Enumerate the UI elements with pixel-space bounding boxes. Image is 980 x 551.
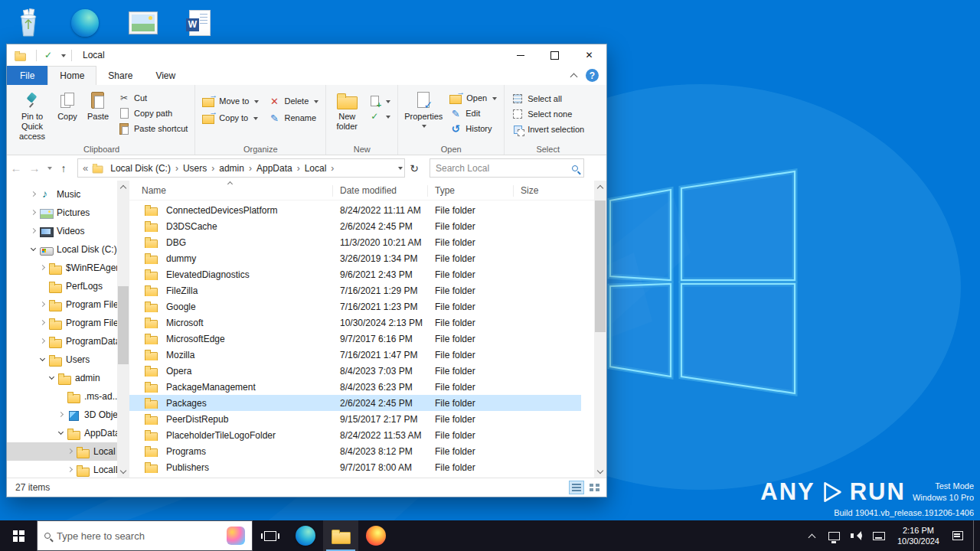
file-row[interactable]: ConnectedDevicesPlatform 8/24/2022 11:11…	[129, 202, 581, 218]
delete-button[interactable]: Delete	[265, 93, 322, 109]
new-folder-button[interactable]: New folder	[330, 87, 364, 132]
taskbar-file-explorer-button[interactable]	[323, 520, 358, 551]
new-item-button[interactable]	[365, 93, 394, 109]
select-none-button[interactable]: Select none	[508, 106, 587, 122]
file-row[interactable]: DBG 11/3/2020 10:21 AM File folder	[129, 234, 581, 250]
desktop-icon-recycle-bin[interactable]	[11, 5, 46, 41]
tree-item[interactable]: Pictures	[7, 204, 129, 222]
tree-expander-icon[interactable]	[39, 356, 47, 364]
file-row[interactable]: Programs 8/4/2023 8:12 PM File folder	[129, 443, 581, 459]
cut-button[interactable]: Cut	[115, 90, 191, 106]
customize-toolbar-chevron-icon[interactable]	[61, 54, 66, 60]
address-bar[interactable]: Local Disk (C:) Users admin AppD	[77, 158, 405, 178]
breadcrumb-segment[interactable]: Users	[181, 163, 209, 174]
start-button[interactable]	[0, 520, 37, 551]
file-row[interactable]: Google 7/16/2021 1:23 PM File folder	[129, 298, 581, 315]
breadcrumb-overflow-icon[interactable]	[80, 162, 91, 174]
explorer-search-box[interactable]	[430, 158, 584, 178]
tree-item[interactable]: $WinREAgent	[7, 259, 129, 277]
tree-item[interactable]: LocalLow...	[7, 461, 129, 478]
column-header-type[interactable]: Type	[428, 185, 514, 197]
tree-expander-icon[interactable]	[30, 227, 38, 236]
file-row[interactable]: Microsoft 10/30/2024 2:13 PM File folder	[129, 315, 581, 331]
invert-selection-button[interactable]: Invert selection	[508, 122, 587, 137]
tree-item[interactable]: PerfLogs	[7, 277, 129, 295]
history-button[interactable]: History	[446, 121, 500, 136]
file-row[interactable]: PeerDistRepub 9/15/2017 2:17 PM File fol…	[129, 411, 581, 427]
file-row[interactable]: MicrosoftEdge 9/7/2017 6:16 PM File fold…	[129, 331, 581, 347]
chevron-right-icon[interactable]	[209, 163, 217, 174]
copy-to-button[interactable]: Copy to	[199, 110, 262, 126]
tree-expander-icon[interactable]	[48, 374, 57, 383]
move-to-button[interactable]: Move to	[199, 93, 262, 109]
refresh-button[interactable]	[405, 158, 423, 178]
hidden-icons-button[interactable]	[805, 520, 819, 551]
tree-item[interactable]: Users	[7, 350, 129, 369]
taskbar-search-input[interactable]	[57, 530, 220, 542]
tree-item[interactable]: AppData	[7, 424, 129, 442]
address-dropdown-chevron-icon[interactable]	[398, 167, 403, 172]
file-row[interactable]: Packages 2/6/2024 2:45 PM File folder	[129, 395, 581, 411]
volume-tray-button[interactable]	[850, 520, 864, 551]
quick-access-properties-icon[interactable]	[42, 50, 54, 61]
breadcrumb-segment[interactable]: Local	[302, 163, 329, 174]
up-button[interactable]: ↑	[54, 162, 73, 174]
select-all-button[interactable]: Select all	[508, 91, 587, 106]
tree-item[interactable]: Program Files...	[7, 314, 129, 332]
open-button[interactable]: Open	[446, 90, 500, 106]
copy-path-button[interactable]: Copy path	[115, 106, 191, 121]
action-center-button[interactable]	[951, 520, 965, 551]
column-header-date-modified[interactable]: Date modified	[333, 185, 428, 197]
tree-item[interactable]: .ms-ad...	[7, 387, 129, 406]
tree-expander-icon[interactable]	[67, 466, 75, 474]
tree-item[interactable]: Local	[7, 442, 129, 461]
task-view-button[interactable]	[253, 520, 288, 551]
tree-item[interactable]: admin	[7, 369, 129, 387]
file-row[interactable]: Opera 8/4/2023 7:03 PM File folder	[129, 363, 581, 379]
chevron-right-icon[interactable]	[295, 163, 302, 174]
breadcrumb-segment[interactable]: AppData	[254, 163, 295, 174]
chevron-right-icon[interactable]	[247, 163, 254, 174]
collapse-ribbon-chevron-icon[interactable]	[570, 73, 578, 80]
show-desktop-button[interactable]	[973, 520, 977, 551]
file-list-scrollbar[interactable]	[594, 181, 606, 478]
pin-to-quick-access-button[interactable]: Pin to Quick access	[12, 87, 52, 142]
edit-button[interactable]: Edit	[446, 106, 500, 121]
desktop-icon-word-document[interactable]	[182, 5, 217, 41]
tree-item[interactable]: ProgramData...	[7, 332, 129, 350]
breadcrumb-segment[interactable]: Local Disk (C:)	[108, 163, 173, 174]
easy-access-button[interactable]	[365, 109, 394, 124]
file-row[interactable]: dummy 3/26/2019 1:34 PM File folder	[129, 250, 581, 266]
tree-item[interactable]: 3D Objects	[7, 406, 129, 424]
tree-expander-icon[interactable]	[30, 209, 38, 217]
tab-home[interactable]: Home	[47, 66, 96, 85]
tree-item[interactable]: Program Files	[7, 295, 129, 314]
tree-expander-icon[interactable]	[57, 411, 66, 419]
tree-item[interactable]: Music	[7, 185, 129, 204]
tree-expander-icon[interactable]	[57, 429, 66, 438]
scroll-up-button[interactable]	[594, 181, 606, 193]
minimize-button[interactable]	[503, 44, 537, 66]
tab-share[interactable]: Share	[96, 66, 144, 85]
scrollbar-thumb[interactable]	[595, 201, 606, 332]
column-header-size[interactable]: Size	[514, 185, 566, 197]
view-details-button[interactable]	[569, 481, 584, 494]
close-button[interactable]	[572, 44, 606, 66]
tree-expander-icon[interactable]	[30, 246, 38, 254]
tree-expander-icon[interactable]	[57, 393, 66, 401]
network-tray-button[interactable]	[828, 520, 841, 551]
view-thumbnails-button[interactable]	[586, 481, 602, 494]
maximize-button[interactable]	[537, 44, 572, 66]
rename-button[interactable]: Rename	[265, 110, 322, 126]
taskbar-edge-button[interactable]	[288, 520, 323, 551]
tree-expander-icon[interactable]	[39, 282, 47, 291]
tree-expander-icon[interactable]	[39, 319, 47, 328]
chevron-right-icon[interactable]	[328, 163, 336, 174]
desktop-icon-edge[interactable]	[67, 5, 103, 41]
tree-expander-icon[interactable]	[67, 448, 75, 456]
column-header-name[interactable]: Name	[129, 185, 333, 197]
copy-button[interactable]: Copy	[52, 87, 83, 122]
scrollbar-thumb[interactable]	[118, 286, 129, 364]
tree-expander-icon[interactable]	[39, 301, 47, 309]
scroll-up-button[interactable]	[117, 181, 129, 193]
